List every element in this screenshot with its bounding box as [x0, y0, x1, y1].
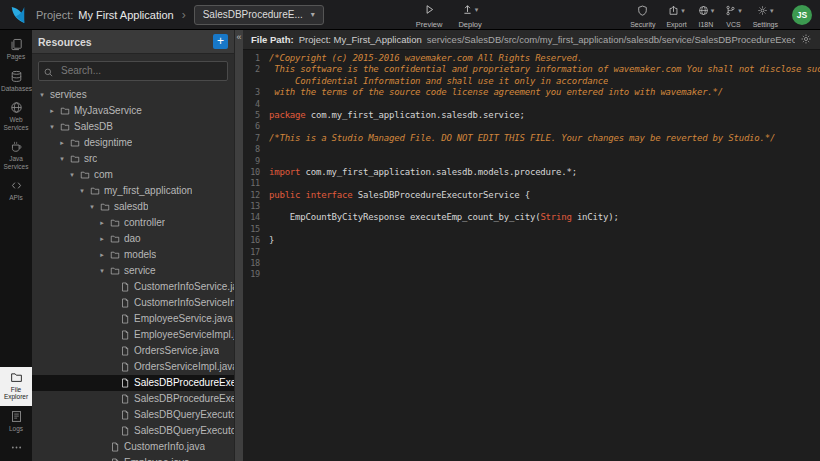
tree-file-customerinfo-java[interactable]: CustomerInfo.java — [32, 439, 234, 455]
tree-folder-designtime[interactable]: ▸designtime — [32, 135, 234, 151]
tree-folder-salesdb[interactable]: ▾SalesDB — [32, 119, 234, 135]
caret-right-icon[interactable]: ▸ — [48, 107, 56, 115]
code-editor[interactable]: 1/*Copyright (c) 2015-2016 wavemaker.com… — [243, 50, 820, 461]
add-resource-button[interactable]: + — [213, 34, 228, 49]
tree-file-ordersservice-java[interactable]: OrdersService.java — [32, 343, 234, 359]
sidebar-item-web-services[interactable]: Web Services — [0, 97, 32, 136]
caret-down-icon[interactable]: ▾ — [38, 91, 46, 99]
topbar-security-button[interactable]: Security — [630, 2, 655, 28]
topbar-export-button[interactable]: ▾Export — [666, 2, 686, 28]
code-text: This software is the confidential and pr… — [269, 64, 820, 75]
code-token: com.my_first_application.salesdb.models.… — [306, 167, 577, 177]
wavemaker-logo-icon[interactable] — [8, 5, 28, 25]
tree-item-label: SalesDBProcedureExecuto... — [134, 393, 234, 404]
caret-right-icon[interactable]: ▸ — [98, 251, 106, 259]
tree-folder-controller[interactable]: ▸controller — [32, 215, 234, 231]
code-line: 6 — [243, 121, 820, 132]
avatar[interactable]: JS — [792, 5, 812, 25]
line-number: 19 — [243, 269, 269, 280]
caret-down-icon[interactable]: ▾ — [48, 123, 56, 131]
caret-down-icon[interactable]: ▾ — [58, 155, 66, 163]
search-input[interactable] — [38, 61, 228, 81]
line-number: 3 — [243, 87, 269, 98]
code-line: 18 — [243, 258, 820, 269]
sidebar-item-more[interactable] — [0, 437, 32, 461]
line-number: 7 — [243, 133, 269, 144]
caret-right-icon[interactable]: ▸ — [98, 219, 106, 227]
tree-folder-services[interactable]: ▾services — [32, 87, 234, 103]
code-token: package — [269, 110, 311, 120]
tree-item-label: Employee.java — [124, 457, 190, 461]
tree-file-customerinfoservice-java[interactable]: CustomerInfoService.java — [32, 279, 234, 295]
tree-item-label: SalesDBQueryExecutorSer... — [134, 425, 234, 436]
file-icon — [120, 298, 130, 308]
project-name[interactable]: My First Application — [78, 9, 173, 21]
topbar-settings-button[interactable]: ▾Settings — [753, 2, 778, 28]
tree-file-employeeservice-java[interactable]: EmployeeService.java — [32, 311, 234, 327]
tree-file-salesdbqueryexecutorser[interactable]: SalesDBQueryExecutorSer... — [32, 407, 234, 423]
caret-down-icon[interactable]: ▾ — [98, 267, 106, 275]
pages-icon — [1, 38, 31, 51]
tree-file-employee-java[interactable]: Employee.java — [32, 455, 234, 461]
file-icon — [120, 314, 130, 324]
tree-folder-service[interactable]: ▾service — [32, 263, 234, 279]
file-icon — [120, 410, 130, 420]
sidebar-item-file-explorer[interactable]: File Explorer — [0, 367, 32, 406]
tree-folder-myjavaservice[interactable]: ▸MyJavaService — [32, 103, 234, 119]
code-line: 11 — [243, 178, 820, 189]
folder-icon — [90, 186, 100, 196]
sidebar-item-apis[interactable]: APIs — [0, 175, 32, 207]
tree-folder-my-first-application[interactable]: ▾my_first_application — [32, 183, 234, 199]
tree-folder-src[interactable]: ▾src — [32, 151, 234, 167]
topbar-vcs-button[interactable]: ▾VCS — [725, 2, 742, 28]
sidebar-item-logs[interactable]: Logs — [0, 406, 32, 438]
tree-item-label: src — [84, 153, 97, 164]
tree-item-label: my_first_application — [104, 185, 192, 196]
topbar-preview-button[interactable]: Preview — [416, 1, 443, 29]
tree-item-label: service — [124, 265, 156, 276]
file-path-bar: File Path: Project: My_First_Application… — [243, 30, 820, 50]
editor-settings-gear-icon[interactable] — [800, 33, 812, 47]
code-line: 8 — [243, 144, 820, 155]
caret-down-icon[interactable]: ▾ — [88, 203, 96, 211]
tree-file-customerinfoserviceimpl-j[interactable]: CustomerInfoServiceImpl.j... — [32, 295, 234, 311]
tree-file-salesdbprocedureexecut[interactable]: SalesDBProcedureExecut... — [32, 375, 234, 391]
collapse-panel-button[interactable]: « — [236, 30, 241, 44]
tree-folder-com[interactable]: ▾com — [32, 167, 234, 183]
folder-icon — [100, 202, 110, 212]
code-line: Confidential Information and shall use i… — [243, 76, 820, 87]
caret-right-icon[interactable]: ▸ — [58, 139, 66, 147]
tree-file-salesdbprocedureexecuto[interactable]: SalesDBProcedureExecuto... — [32, 391, 234, 407]
code-line: 10import com.my_first_application.salesd… — [243, 167, 820, 178]
tree-item-label: CustomerInfo.java — [124, 441, 205, 452]
panel-scroll-strip[interactable]: « — [234, 30, 243, 461]
sidebar-item-java-services[interactable]: Java Services — [0, 136, 32, 175]
activity-bar: PagesDatabasesWeb ServicesJava ServicesA… — [0, 30, 32, 461]
tree-item-label: OrdersServiceImpl.java — [134, 361, 234, 372]
topbar-deploy-button[interactable]: ▾Deploy — [458, 1, 481, 29]
tree-item-label: com — [94, 169, 113, 180]
sidebar-item-pages[interactable]: Pages — [0, 34, 32, 66]
code-line: 1/*Copyright (c) 2015-2016 wavemaker.com… — [243, 53, 820, 64]
code-token: EmpCountByCityResponse executeEmp_count_… — [269, 212, 540, 222]
caret-down-icon[interactable]: ▾ — [68, 171, 76, 179]
tree-file-salesdbqueryexecutorser[interactable]: SalesDBQueryExecutorSer... — [32, 423, 234, 439]
caret-right-icon[interactable]: ▸ — [98, 235, 106, 243]
tree-file-ordersserviceimpl-java[interactable]: OrdersServiceImpl.java — [32, 359, 234, 375]
code-token: } — [269, 235, 274, 245]
file-icon — [120, 282, 130, 292]
folder-icon — [110, 266, 120, 276]
tree-folder-models[interactable]: ▸models — [32, 247, 234, 263]
sidebar-item-databases[interactable]: Databases — [0, 66, 32, 98]
file-selector-dropdown[interactable]: SalesDBProcedureE... ▾ — [194, 5, 324, 25]
tree-folder-dao[interactable]: ▸dao — [32, 231, 234, 247]
code-token: with the terms of the source code licens… — [269, 87, 723, 97]
tree-item-label: controller — [124, 217, 165, 228]
caret-down-icon[interactable]: ▾ — [78, 187, 86, 195]
play-icon — [424, 1, 435, 19]
tree-folder-salesdb[interactable]: ▾salesdb — [32, 199, 234, 215]
utility-label: Settings — [753, 21, 778, 28]
tree-item-label: SalesDB — [74, 121, 113, 132]
tree-file-employeeserviceimpl-java[interactable]: EmployeeServiceImpl.java — [32, 327, 234, 343]
topbar-i18n-button[interactable]: ▾I18N — [698, 2, 715, 28]
